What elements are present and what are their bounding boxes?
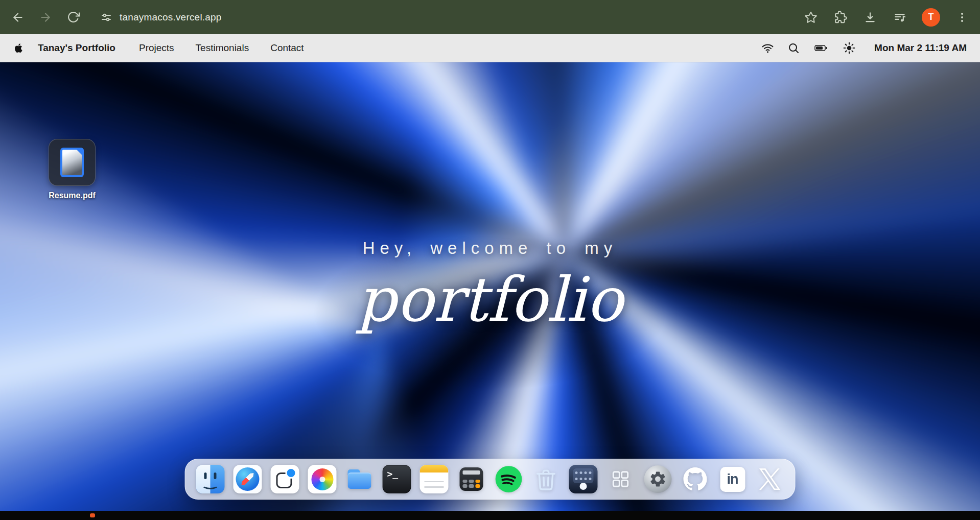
macos-menu-bar: Tanay's Portfolio Projects Testimonials … — [0, 34, 980, 62]
menu-item-contact[interactable]: Contact — [270, 42, 304, 54]
dock-spotify-icon[interactable] — [494, 464, 524, 494]
menubar-status-cluster: Mon Mar 2 11:19 AM — [761, 41, 967, 55]
forward-arrow-icon — [39, 11, 52, 24]
puzzle-icon — [834, 11, 847, 24]
linkedin-badge: in — [720, 467, 745, 492]
reload-button[interactable] — [65, 10, 81, 25]
browser-menu-button[interactable] — [954, 10, 970, 25]
apple-logo-icon — [13, 42, 25, 54]
spotify-logo — [495, 465, 523, 493]
menubar-clock: Mon Mar 2 11:19 AM — [874, 42, 967, 54]
battery-icon — [813, 42, 829, 54]
dock-notes-icon[interactable] — [419, 464, 449, 494]
menubar-app-title[interactable]: Tanay's Portfolio — [38, 42, 115, 54]
site-settings-tune-icon — [100, 11, 112, 23]
dock-github-icon[interactable] — [681, 464, 710, 494]
photos-pinwheel — [308, 465, 337, 493]
dock-safari-icon[interactable] — [233, 464, 263, 494]
dock-photos-icon[interactable] — [308, 464, 337, 494]
brightness-sun-icon[interactable] — [843, 41, 856, 55]
media-playlist-icon — [893, 11, 906, 24]
dock-calculator-icon[interactable] — [457, 464, 486, 494]
dock-trash-icon[interactable] — [531, 464, 561, 494]
dock-settings-icon[interactable] — [643, 464, 673, 494]
desktop: Resume.pdf Hey, welcome to my portfolio — [0, 62, 980, 511]
apple-menu[interactable] — [13, 42, 25, 54]
taskbar-accent-dot — [90, 513, 95, 517]
github-logo — [683, 467, 708, 491]
grid-icon — [611, 469, 631, 489]
download-icon — [864, 11, 877, 24]
pdf-file-tile — [49, 139, 96, 186]
avatar-initial: T — [928, 12, 934, 22]
bookmark-button[interactable] — [803, 10, 819, 25]
downloads-button[interactable] — [862, 10, 878, 25]
dock-terminal-icon[interactable]: >_ — [382, 464, 412, 494]
back-arrow-icon — [11, 11, 25, 24]
photo-booth-app — [569, 465, 598, 493]
blue-folder — [345, 465, 374, 493]
linkedin-text: in — [727, 471, 738, 487]
star-icon — [804, 11, 818, 24]
dock-launchpad-icon[interactable] — [606, 464, 636, 494]
trash-can — [533, 466, 559, 492]
menu-item-testimonials[interactable]: Testimonials — [196, 42, 249, 54]
terminal-app: >_ — [383, 465, 411, 493]
search-icon[interactable] — [787, 42, 800, 54]
compose-app — [271, 465, 299, 493]
kebab-menu-icon — [956, 11, 968, 23]
dock: >_ — [185, 459, 796, 500]
dock-linkedin-icon[interactable]: in — [718, 464, 748, 494]
url-text[interactable]: tanaymacos.vercel.app — [120, 12, 222, 23]
settings-app — [644, 465, 672, 493]
back-button[interactable] — [10, 10, 26, 25]
x-logo — [759, 468, 781, 490]
calculator-app — [460, 467, 483, 491]
wifi-icon[interactable] — [761, 42, 774, 55]
safari-compass — [234, 465, 262, 493]
file-label: Resume.pdf — [44, 191, 100, 200]
browser-toolbar: tanaymacos.vercel.app T — [0, 0, 980, 34]
extensions-button[interactable] — [833, 10, 848, 25]
toolbar-right-cluster: T — [803, 8, 970, 27]
gear-icon — [649, 470, 667, 488]
dock-finder-icon[interactable] — [196, 464, 225, 494]
menu-item-projects[interactable]: Projects — [139, 42, 174, 54]
address-bar[interactable]: tanaymacos.vercel.app — [100, 11, 222, 23]
notes-app — [420, 465, 449, 493]
bottom-taskbar-strip — [0, 511, 980, 520]
dock-x-twitter-icon[interactable] — [755, 464, 785, 494]
forward-button[interactable] — [38, 10, 53, 25]
pdf-document-icon — [60, 148, 84, 177]
dock-photo-booth-icon[interactable] — [569, 464, 598, 494]
profile-avatar[interactable]: T — [922, 8, 940, 27]
reload-icon — [67, 11, 80, 23]
dock-compose-icon[interactable] — [270, 464, 300, 494]
finder-face — [196, 465, 225, 493]
terminal-prompt: >_ — [387, 468, 399, 479]
media-controls-button[interactable] — [892, 10, 907, 25]
dock-folder-icon[interactable] — [345, 464, 375, 494]
wallpaper — [0, 62, 980, 511]
desktop-file-resume[interactable]: Resume.pdf — [44, 139, 100, 200]
